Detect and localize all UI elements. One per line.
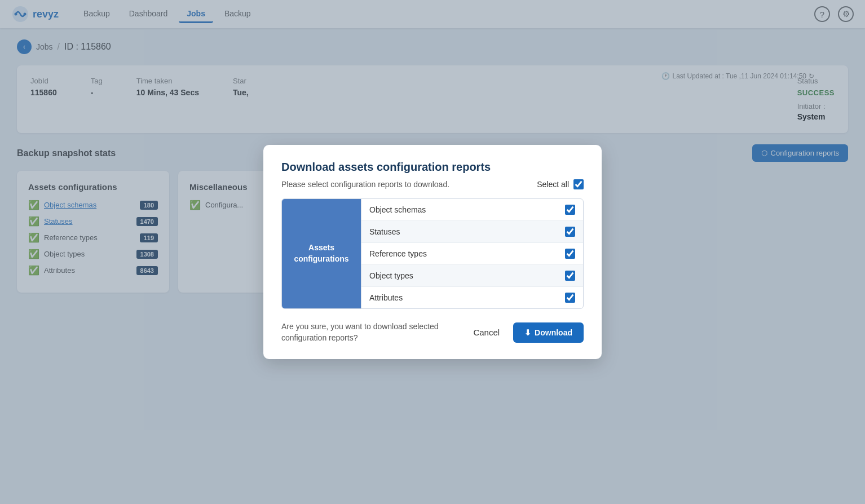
selection-label-object-schemas: Object schemas <box>369 205 426 214</box>
selection-label-statuses: Statuses <box>369 227 400 236</box>
select-all-checkbox[interactable] <box>573 179 584 189</box>
select-all-label: Select all <box>537 180 569 189</box>
selection-table: Assetsconfigurations Object schemas Stat… <box>281 198 584 309</box>
modal-overlay[interactable]: Download assets configuration reports Pl… <box>0 0 865 504</box>
confirm-question: Are you sure, you want to download selec… <box>281 321 466 343</box>
checkbox-reference-types[interactable] <box>565 249 575 259</box>
selection-row-statuses: Statuses <box>361 221 583 243</box>
modal-title: Download assets configuration reports <box>281 161 584 174</box>
selection-left-panel: Assetsconfigurations <box>282 199 361 308</box>
download-icon: ⬇ <box>524 328 531 337</box>
modal-footer-actions: Cancel ⬇ Download <box>466 322 584 343</box>
selection-row-attributes: Attributes <box>361 287 583 308</box>
checkbox-attributes[interactable] <box>565 293 575 303</box>
download-button[interactable]: ⬇ Download <box>513 322 584 343</box>
cancel-button[interactable]: Cancel <box>466 323 506 342</box>
checkbox-object-types[interactable] <box>565 271 575 281</box>
select-all-row: Select all <box>537 179 584 189</box>
selection-row-object-types: Object types <box>361 265 583 287</box>
modal-footer: Are you sure, you want to download selec… <box>281 321 584 343</box>
checkbox-statuses[interactable] <box>565 227 575 237</box>
selection-label-attributes: Attributes <box>369 293 403 302</box>
selection-row-object-schemas: Object schemas <box>361 199 583 221</box>
checkbox-object-schemas[interactable] <box>565 205 575 215</box>
selection-items: Object schemas Statuses Reference types … <box>361 199 583 308</box>
selection-label-reference-types: Reference types <box>369 249 427 258</box>
modal-subtitle-row: Please select configuration reports to d… <box>281 179 584 189</box>
modal-subtitle: Please select configuration reports to d… <box>281 180 449 189</box>
download-label: Download <box>535 328 572 337</box>
selection-label-object-types: Object types <box>369 271 413 280</box>
selection-row-reference-types: Reference types <box>361 243 583 265</box>
modal: Download assets configuration reports Pl… <box>263 145 602 359</box>
